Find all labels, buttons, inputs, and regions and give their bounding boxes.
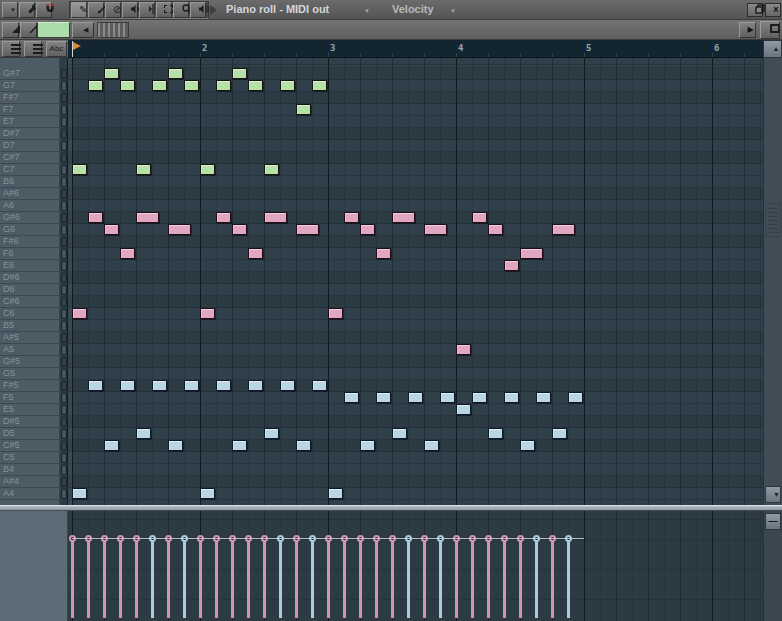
velocity-line[interactable] <box>455 539 458 618</box>
note[interactable] <box>312 380 327 391</box>
note[interactable] <box>120 380 135 391</box>
velocity-line[interactable] <box>407 539 410 618</box>
note[interactable] <box>488 428 503 439</box>
note[interactable] <box>200 164 215 175</box>
note[interactable] <box>280 80 295 91</box>
note[interactable] <box>88 80 103 91</box>
velocity-line[interactable] <box>71 539 74 618</box>
note-names-toggle[interactable]: Abc <box>46 41 67 57</box>
key-name-row[interactable]: G#6 <box>0 212 60 224</box>
key-name-row[interactable]: C#6 <box>0 296 60 308</box>
key-name-row[interactable]: A5 <box>0 344 60 356</box>
mini-key[interactable] <box>61 201 67 211</box>
key-name-row[interactable]: F5 <box>0 392 60 404</box>
collapse-velocity-button[interactable]: — <box>765 513 781 530</box>
note[interactable] <box>216 380 231 391</box>
note[interactable] <box>392 212 415 223</box>
key-name-row[interactable]: G5 <box>0 368 60 380</box>
velocity-line[interactable] <box>343 539 346 618</box>
key-name-row[interactable]: C#5 <box>0 440 60 452</box>
mini-key[interactable] <box>61 249 67 259</box>
key-name-row[interactable]: D#6 <box>0 272 60 284</box>
mini-key[interactable] <box>61 297 67 307</box>
note[interactable] <box>152 380 167 391</box>
mini-key[interactable] <box>61 381 67 391</box>
note[interactable] <box>344 392 359 403</box>
key-name-row[interactable]: E6 <box>0 260 60 272</box>
key-name-row[interactable]: F6 <box>0 248 60 260</box>
scroll-up-button[interactable]: ▲ <box>763 40 782 58</box>
note[interactable] <box>328 488 343 499</box>
delete-tool-button[interactable]: ⊘ <box>105 2 121 18</box>
note[interactable] <box>376 248 391 259</box>
restore-window-button[interactable] <box>747 3 763 17</box>
key-name-row[interactable]: E7 <box>0 116 60 128</box>
key-name-row[interactable]: A#5 <box>0 332 60 344</box>
mini-key[interactable] <box>61 165 67 175</box>
mute-tool-button[interactable] <box>122 2 138 18</box>
note[interactable] <box>488 224 503 235</box>
note[interactable] <box>72 164 87 175</box>
mini-key[interactable] <box>61 465 67 475</box>
note[interactable] <box>312 80 327 91</box>
velocity-line[interactable] <box>199 539 202 618</box>
key-name-row[interactable]: G6 <box>0 224 60 236</box>
velocity-line[interactable] <box>103 539 106 618</box>
velocity-line[interactable] <box>423 539 426 618</box>
note[interactable] <box>232 224 247 235</box>
key-name-row[interactable]: F#7 <box>0 92 60 104</box>
velocity-line[interactable] <box>503 539 506 618</box>
note-color-swatch[interactable] <box>37 22 70 38</box>
note[interactable] <box>232 440 247 451</box>
slice-tool-button[interactable] <box>139 2 155 18</box>
mini-key[interactable] <box>61 129 67 139</box>
note[interactable] <box>168 440 183 451</box>
vertical-scrollbar-thumb[interactable] <box>765 203 781 237</box>
mini-key[interactable] <box>61 93 67 103</box>
mini-key[interactable] <box>61 309 67 319</box>
snap-button[interactable] <box>36 2 52 18</box>
note[interactable] <box>360 224 375 235</box>
note[interactable] <box>360 440 375 451</box>
title-caret-icon[interactable]: ▼ <box>364 8 370 14</box>
velocity-lane[interactable] <box>68 511 763 621</box>
velocity-line[interactable] <box>119 539 122 618</box>
key-name-row[interactable]: A6 <box>0 200 60 212</box>
mini-key[interactable] <box>61 69 67 79</box>
note-grid[interactable] <box>68 58 763 505</box>
note[interactable] <box>72 308 87 319</box>
target-parameter-selector[interactable]: Velocity <box>392 3 434 15</box>
chord-tool-button[interactable] <box>24 41 42 57</box>
mini-key[interactable] <box>61 153 67 163</box>
mini-key[interactable] <box>61 141 67 151</box>
key-name-row[interactable]: F#6 <box>0 236 60 248</box>
velocity-line[interactable] <box>327 539 330 618</box>
mini-key[interactable] <box>61 357 67 367</box>
note[interactable] <box>136 212 159 223</box>
note[interactable] <box>200 488 215 499</box>
velocity-line[interactable] <box>487 539 490 618</box>
note[interactable] <box>200 308 215 319</box>
scroll-left-button[interactable]: ◀ <box>72 22 94 38</box>
main-menu-arrow-icon[interactable] <box>210 5 217 15</box>
mini-key[interactable] <box>61 489 67 499</box>
mini-key[interactable] <box>61 477 67 487</box>
velocity-line[interactable] <box>87 539 90 618</box>
vertical-scrollbar[interactable]: ▼ <box>763 58 782 505</box>
velocity-line[interactable] <box>535 539 538 618</box>
mini-key[interactable] <box>61 333 67 343</box>
mini-key[interactable] <box>61 189 67 199</box>
mini-key[interactable] <box>61 81 67 91</box>
window-title[interactable]: Piano roll - MIDI out <box>226 3 329 15</box>
note[interactable] <box>104 440 119 451</box>
key-name-row[interactable]: C5 <box>0 452 60 464</box>
key-name-row[interactable]: E5 <box>0 404 60 416</box>
note[interactable] <box>552 224 575 235</box>
key-name-row[interactable]: D7 <box>0 140 60 152</box>
note[interactable] <box>392 428 407 439</box>
velocity-line[interactable] <box>183 539 186 618</box>
note[interactable] <box>120 80 135 91</box>
velocity-line[interactable] <box>247 539 250 618</box>
mini-key[interactable] <box>61 105 67 115</box>
velocity-line[interactable] <box>215 539 218 618</box>
